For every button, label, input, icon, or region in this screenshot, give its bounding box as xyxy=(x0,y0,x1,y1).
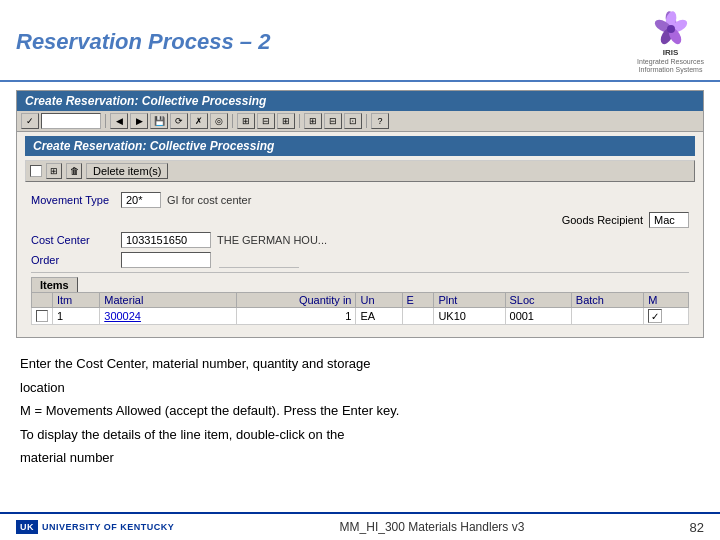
items-tab: Items xyxy=(31,277,689,292)
col-e: E xyxy=(402,293,434,308)
movement-type-label: Movement Type xyxy=(31,194,121,206)
toolbar-btn4[interactable]: ⊞ xyxy=(237,113,255,129)
col-checkbox xyxy=(32,293,53,308)
instruction-1: Enter the Cost Center, material number, … xyxy=(20,354,700,374)
select-all-checkbox[interactable] xyxy=(30,165,42,177)
col-material: Material xyxy=(100,293,236,308)
col-un: Un xyxy=(356,293,402,308)
delete-icon[interactable]: 🗑 xyxy=(66,163,82,179)
iris-line3: Information Systems xyxy=(637,66,704,74)
footer-logo: UK UNIVERSITY OF KENTUCKY xyxy=(16,520,174,534)
cell-m[interactable]: ✓ xyxy=(644,308,689,325)
instruction-4: To display the details of the line item,… xyxy=(20,425,700,445)
iris-line1: IRIS xyxy=(637,48,704,58)
table-row: 1 300024 1 EA UK10 0001 ✓ xyxy=(32,308,689,325)
goods-recipient-row: Goods Recipient Mac xyxy=(31,212,689,228)
instruction-2: location xyxy=(20,378,700,398)
cell-plnt: UK10 xyxy=(434,308,505,325)
cost-center-text: THE GERMAN HOU... xyxy=(217,234,327,246)
form-section: Movement Type 20* GI for cost center Goo… xyxy=(25,188,695,329)
cell-material[interactable]: 300024 xyxy=(100,308,236,325)
items-tab-label[interactable]: Items xyxy=(31,277,78,292)
toolbar-sep2 xyxy=(232,114,233,128)
toolbar-btn7[interactable]: ⊞ xyxy=(304,113,322,129)
toolbar-help[interactable]: ? xyxy=(371,113,389,129)
uk-logo: UK xyxy=(16,520,38,534)
cell-e xyxy=(402,308,434,325)
toolbar-btn5[interactable]: ⊟ xyxy=(257,113,275,129)
sap-title-bar: Create Reservation: Collective Processin… xyxy=(17,91,703,111)
cost-center-row: Cost Center 1033151650 THE GERMAN HOU... xyxy=(31,232,689,248)
col-qty: Quantity in xyxy=(236,293,356,308)
iris-line2: Integrated Resources xyxy=(637,58,704,66)
toolbar-sep4 xyxy=(366,114,367,128)
toolbar-nav-back[interactable]: ◀ xyxy=(110,113,128,129)
m-checkbox[interactable]: ✓ xyxy=(648,309,662,323)
university-text: UNIVERSITY OF KENTUCKY xyxy=(42,522,174,532)
toolbar-btn9[interactable]: ⊡ xyxy=(344,113,362,129)
page-title: Reservation Process – 2 xyxy=(16,29,270,55)
sap-screen: Create Reservation: Collective Processin… xyxy=(16,90,704,338)
col-m: M xyxy=(644,293,689,308)
toolbar-separator xyxy=(105,114,106,128)
col-plnt: Plnt xyxy=(434,293,505,308)
toolbar-btn6[interactable]: ⊞ xyxy=(277,113,295,129)
delete-items-button[interactable]: Delete item(s) xyxy=(86,163,168,179)
toolbar-nav-fwd[interactable]: ▶ xyxy=(130,113,148,129)
table-header-row: Itm Material Quantity in Un E Plnt SLoc … xyxy=(32,293,689,308)
cell-itm: 1 xyxy=(53,308,100,325)
instruction-5: material number xyxy=(20,448,700,468)
cell-batch xyxy=(571,308,643,325)
cell-sloc: 0001 xyxy=(505,308,571,325)
col-batch: Batch xyxy=(571,293,643,308)
footer-course: MM_HI_300 Materials Handlers v3 xyxy=(340,520,525,534)
row-select-checkbox[interactable] xyxy=(36,310,48,322)
order-label: Order xyxy=(31,254,121,266)
sap-inner: Create Reservation: Collective Processin… xyxy=(17,132,703,337)
items-section: Items Itm Material Quantity in Un E Plnt xyxy=(31,277,689,325)
instruction-3: M = Movements Allowed (accept the defaul… xyxy=(20,401,700,421)
toolbar-btn8[interactable]: ⊟ xyxy=(324,113,342,129)
page-footer: UK UNIVERSITY OF KENTUCKY MM_HI_300 Mate… xyxy=(0,512,720,540)
toolbar-sep3 xyxy=(299,114,300,128)
cost-center-label: Cost Center xyxy=(31,234,121,246)
svg-point-6 xyxy=(667,25,675,33)
toolbar-btn1[interactable]: ⟳ xyxy=(170,113,188,129)
sap-sub-title: Create Reservation: Collective Processin… xyxy=(25,136,695,156)
cost-center-value[interactable]: 1033151650 xyxy=(121,232,211,248)
sap-action-bar: ⊞ 🗑 Delete item(s) xyxy=(25,160,695,182)
toolbar-check-btn[interactable]: ✓ xyxy=(21,113,39,129)
order-row: Order xyxy=(31,252,689,268)
goods-recipient-label: Goods Recipient xyxy=(562,214,643,226)
movement-type-text: GI for cost center xyxy=(167,194,251,206)
toolbar-btn2[interactable]: ✗ xyxy=(190,113,208,129)
footer-page: 82 xyxy=(690,520,704,535)
sap-toolbar: ✓ ◀ ▶ 💾 ⟳ ✗ ◎ ⊞ ⊟ ⊞ ⊞ ⊟ ⊡ ? xyxy=(17,111,703,132)
items-table: Itm Material Quantity in Un E Plnt SLoc … xyxy=(31,292,689,325)
copy-icon[interactable]: ⊞ xyxy=(46,163,62,179)
movement-type-row: Movement Type 20* GI for cost center xyxy=(31,192,689,208)
iris-logo: IRIS Integrated Resources Information Sy… xyxy=(637,10,704,74)
col-sloc: SLoc xyxy=(505,293,571,308)
page-header: Reservation Process – 2 IRIS Integrated … xyxy=(0,0,720,82)
toolbar-save[interactable]: 💾 xyxy=(150,113,168,129)
toolbar-btn3[interactable]: ◎ xyxy=(210,113,228,129)
cell-un: EA xyxy=(356,308,402,325)
toolbar-input[interactable] xyxy=(41,113,101,129)
col-itm: Itm xyxy=(53,293,100,308)
movement-type-value[interactable]: 20* xyxy=(121,192,161,208)
cell-qty[interactable]: 1 xyxy=(236,308,356,325)
order-value[interactable] xyxy=(121,252,211,268)
row-checkbox-cell[interactable] xyxy=(32,308,53,325)
divider xyxy=(31,272,689,273)
goods-recipient-value[interactable]: Mac xyxy=(649,212,689,228)
instructions-section: Enter the Cost Center, material number, … xyxy=(0,346,720,476)
